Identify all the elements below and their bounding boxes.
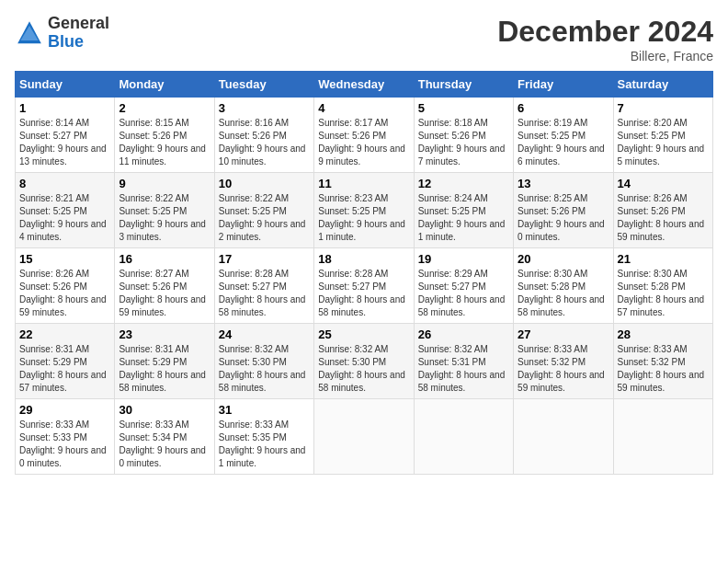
day-number: 13 bbox=[518, 177, 609, 190]
day-number: 16 bbox=[119, 252, 210, 266]
day-info: Sunrise: 8:15 AM Sunset: 5:26 PM Dayligh… bbox=[119, 117, 210, 168]
title-area: December 2024 Billere, France bbox=[497, 15, 713, 63]
calendar-week-row: 22Sunrise: 8:31 AM Sunset: 5:29 PM Dayli… bbox=[16, 324, 713, 399]
calendar-cell: 22Sunrise: 8:31 AM Sunset: 5:29 PM Dayli… bbox=[16, 324, 115, 399]
calendar-cell: 6Sunrise: 8:19 AM Sunset: 5:25 PM Daylig… bbox=[514, 98, 613, 173]
calendar-cell: 29Sunrise: 8:33 AM Sunset: 5:33 PM Dayli… bbox=[16, 399, 115, 475]
day-info: Sunrise: 8:28 AM Sunset: 5:27 PM Dayligh… bbox=[318, 268, 409, 319]
day-info: Sunrise: 8:33 AM Sunset: 5:35 PM Dayligh… bbox=[219, 419, 310, 470]
day-info: Sunrise: 8:31 AM Sunset: 5:29 PM Dayligh… bbox=[119, 343, 210, 395]
day-number: 8 bbox=[19, 177, 110, 190]
day-number: 19 bbox=[418, 252, 509, 266]
calendar-week-row: 1Sunrise: 8:14 AM Sunset: 5:27 PM Daylig… bbox=[16, 98, 713, 173]
day-info: Sunrise: 8:14 AM Sunset: 5:27 PM Dayligh… bbox=[19, 117, 110, 168]
day-number: 29 bbox=[19, 403, 110, 417]
calendar-cell: 19Sunrise: 8:29 AM Sunset: 5:27 PM Dayli… bbox=[414, 248, 513, 324]
day-number: 25 bbox=[318, 327, 409, 341]
calendar-cell: 14Sunrise: 8:26 AM Sunset: 5:26 PM Dayli… bbox=[613, 173, 712, 248]
calendar-cell: 1Sunrise: 8:14 AM Sunset: 5:27 PM Daylig… bbox=[16, 98, 115, 173]
day-number: 10 bbox=[219, 177, 310, 190]
day-number: 26 bbox=[418, 327, 509, 341]
calendar-cell: 2Sunrise: 8:15 AM Sunset: 5:26 PM Daylig… bbox=[115, 98, 214, 173]
day-info: Sunrise: 8:32 AM Sunset: 5:30 PM Dayligh… bbox=[219, 343, 310, 395]
calendar-cell: 24Sunrise: 8:32 AM Sunset: 5:30 PM Dayli… bbox=[214, 324, 313, 399]
day-info: Sunrise: 8:30 AM Sunset: 5:28 PM Dayligh… bbox=[618, 268, 709, 319]
day-number: 14 bbox=[618, 177, 709, 190]
weekday-header-thursday: Thursday bbox=[414, 72, 513, 98]
calendar-cell: 13Sunrise: 8:25 AM Sunset: 5:26 PM Dayli… bbox=[514, 173, 613, 248]
day-number: 15 bbox=[19, 252, 110, 266]
calendar-table: SundayMondayTuesdayWednesdayThursdayFrid… bbox=[15, 71, 713, 475]
weekday-header-friday: Friday bbox=[514, 72, 613, 98]
day-info: Sunrise: 8:21 AM Sunset: 5:25 PM Dayligh… bbox=[19, 192, 110, 244]
calendar-cell: 21Sunrise: 8:30 AM Sunset: 5:28 PM Dayli… bbox=[613, 248, 712, 324]
day-number: 11 bbox=[318, 177, 409, 190]
day-number: 6 bbox=[518, 101, 609, 115]
calendar-cell: 23Sunrise: 8:31 AM Sunset: 5:29 PM Dayli… bbox=[115, 324, 214, 399]
calendar-cell: 17Sunrise: 8:28 AM Sunset: 5:27 PM Dayli… bbox=[214, 248, 313, 324]
day-info: Sunrise: 8:23 AM Sunset: 5:25 PM Dayligh… bbox=[318, 192, 409, 244]
calendar-cell: 3Sunrise: 8:16 AM Sunset: 5:26 PM Daylig… bbox=[214, 98, 313, 173]
day-number: 31 bbox=[219, 403, 310, 417]
day-number: 28 bbox=[618, 327, 709, 341]
day-info: Sunrise: 8:32 AM Sunset: 5:30 PM Dayligh… bbox=[318, 343, 409, 395]
day-info: Sunrise: 8:32 AM Sunset: 5:31 PM Dayligh… bbox=[418, 343, 509, 395]
day-info: Sunrise: 8:33 AM Sunset: 5:34 PM Dayligh… bbox=[119, 419, 210, 470]
day-number: 18 bbox=[318, 252, 409, 266]
calendar-cell: 20Sunrise: 8:30 AM Sunset: 5:28 PM Dayli… bbox=[514, 248, 613, 324]
day-number: 4 bbox=[318, 101, 409, 115]
calendar-cell: 5Sunrise: 8:18 AM Sunset: 5:26 PM Daylig… bbox=[414, 98, 513, 173]
day-number: 24 bbox=[219, 327, 310, 341]
calendar-cell: 9Sunrise: 8:22 AM Sunset: 5:25 PM Daylig… bbox=[115, 173, 214, 248]
day-info: Sunrise: 8:26 AM Sunset: 5:26 PM Dayligh… bbox=[618, 192, 709, 244]
calendar-week-row: 29Sunrise: 8:33 AM Sunset: 5:33 PM Dayli… bbox=[16, 399, 713, 475]
day-info: Sunrise: 8:25 AM Sunset: 5:26 PM Dayligh… bbox=[518, 192, 609, 244]
calendar-cell: 31Sunrise: 8:33 AM Sunset: 5:35 PM Dayli… bbox=[214, 399, 313, 475]
weekday-header-tuesday: Tuesday bbox=[214, 72, 313, 98]
calendar-cell: 16Sunrise: 8:27 AM Sunset: 5:26 PM Dayli… bbox=[115, 248, 214, 324]
day-info: Sunrise: 8:33 AM Sunset: 5:32 PM Dayligh… bbox=[618, 343, 709, 395]
day-info: Sunrise: 8:31 AM Sunset: 5:29 PM Dayligh… bbox=[19, 343, 110, 395]
day-number: 5 bbox=[418, 101, 509, 115]
calendar-cell: 26Sunrise: 8:32 AM Sunset: 5:31 PM Dayli… bbox=[414, 324, 513, 399]
calendar-cell bbox=[414, 399, 513, 475]
day-number: 9 bbox=[119, 177, 210, 190]
day-info: Sunrise: 8:22 AM Sunset: 5:25 PM Dayligh… bbox=[219, 192, 310, 244]
day-info: Sunrise: 8:22 AM Sunset: 5:25 PM Dayligh… bbox=[119, 192, 210, 244]
day-number: 22 bbox=[19, 327, 110, 341]
day-info: Sunrise: 8:18 AM Sunset: 5:26 PM Dayligh… bbox=[418, 117, 509, 168]
logo-icon bbox=[15, 18, 44, 48]
calendar-cell: 18Sunrise: 8:28 AM Sunset: 5:27 PM Dayli… bbox=[314, 248, 414, 324]
logo-blue-text: Blue bbox=[48, 33, 109, 52]
day-number: 17 bbox=[219, 252, 310, 266]
weekday-header-saturday: Saturday bbox=[613, 72, 712, 98]
day-number: 27 bbox=[518, 327, 609, 341]
month-title: December 2024 bbox=[497, 15, 713, 49]
calendar-week-row: 15Sunrise: 8:26 AM Sunset: 5:26 PM Dayli… bbox=[16, 248, 713, 324]
calendar-cell: 12Sunrise: 8:24 AM Sunset: 5:25 PM Dayli… bbox=[414, 173, 513, 248]
weekday-header-row: SundayMondayTuesdayWednesdayThursdayFrid… bbox=[16, 72, 713, 98]
calendar-cell: 4Sunrise: 8:17 AM Sunset: 5:26 PM Daylig… bbox=[314, 98, 414, 173]
weekday-header-sunday: Sunday bbox=[16, 72, 115, 98]
day-info: Sunrise: 8:16 AM Sunset: 5:26 PM Dayligh… bbox=[219, 117, 310, 168]
location: Billere, France bbox=[497, 49, 713, 63]
calendar-cell: 10Sunrise: 8:22 AM Sunset: 5:25 PM Dayli… bbox=[214, 173, 313, 248]
day-number: 3 bbox=[219, 101, 310, 115]
day-number: 12 bbox=[418, 177, 509, 190]
day-info: Sunrise: 8:28 AM Sunset: 5:27 PM Dayligh… bbox=[219, 268, 310, 319]
day-info: Sunrise: 8:26 AM Sunset: 5:26 PM Dayligh… bbox=[19, 268, 110, 319]
calendar-cell: 25Sunrise: 8:32 AM Sunset: 5:30 PM Dayli… bbox=[314, 324, 414, 399]
day-info: Sunrise: 8:17 AM Sunset: 5:26 PM Dayligh… bbox=[318, 117, 409, 168]
day-info: Sunrise: 8:20 AM Sunset: 5:25 PM Dayligh… bbox=[618, 117, 709, 168]
day-number: 1 bbox=[19, 101, 110, 115]
day-info: Sunrise: 8:33 AM Sunset: 5:32 PM Dayligh… bbox=[518, 343, 609, 395]
calendar-cell bbox=[613, 399, 712, 475]
day-number: 30 bbox=[119, 403, 210, 417]
day-info: Sunrise: 8:33 AM Sunset: 5:33 PM Dayligh… bbox=[19, 419, 110, 470]
calendar-cell: 11Sunrise: 8:23 AM Sunset: 5:25 PM Dayli… bbox=[314, 173, 414, 248]
day-number: 2 bbox=[119, 101, 210, 115]
calendar-cell: 30Sunrise: 8:33 AM Sunset: 5:34 PM Dayli… bbox=[115, 399, 214, 475]
calendar-cell: 28Sunrise: 8:33 AM Sunset: 5:32 PM Dayli… bbox=[613, 324, 712, 399]
day-info: Sunrise: 8:30 AM Sunset: 5:28 PM Dayligh… bbox=[518, 268, 609, 319]
day-number: 20 bbox=[518, 252, 609, 266]
